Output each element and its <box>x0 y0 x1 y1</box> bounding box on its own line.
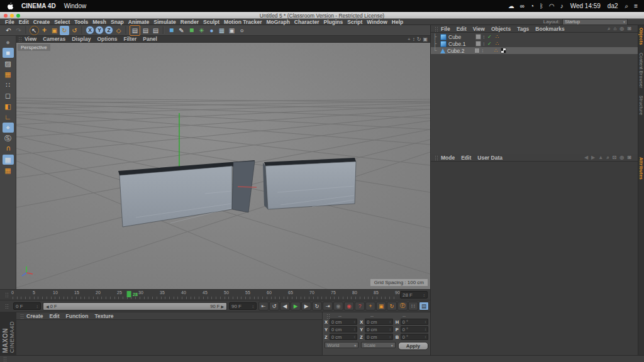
menu-simulate[interactable]: Simulate <box>153 19 175 25</box>
coord-input[interactable]: 0 cm↕ <box>330 334 357 340</box>
step-forward-button[interactable]: ▶ <box>301 302 311 310</box>
add-spline-icon[interactable]: ✎ <box>177 26 186 35</box>
move-icon[interactable]: + <box>40 26 49 35</box>
pan-view-icon[interactable]: + <box>408 36 411 42</box>
layer-chip[interactable] <box>475 41 481 47</box>
scale-icon[interactable]: ▣ <box>50 26 59 35</box>
maximize-view-icon[interactable]: ▣ <box>423 36 428 42</box>
key-scale-button[interactable]: ▣ <box>376 302 386 310</box>
layout-dropdown[interactable]: Startup ▾ <box>562 19 628 25</box>
stepper-icon[interactable]: ↕ <box>36 304 39 309</box>
playhead-bar[interactable] <box>127 291 131 297</box>
panel-grip[interactable] <box>5 304 9 309</box>
current-frame-field[interactable]: 28 F ↕ <box>400 291 428 299</box>
panel-grip[interactable] <box>435 26 439 31</box>
menu-display[interactable]: Display <box>72 36 91 42</box>
coord-input[interactable]: 0 cm↕ <box>365 326 392 332</box>
menu-tools[interactable]: Tools <box>74 19 88 25</box>
object-manager[interactable]: ├Cube:✓∴├Cube.1:✓∴└Cube.2:∴ <box>431 33 639 154</box>
menu-file[interactable]: File <box>5 19 14 25</box>
play-backwards-button[interactable]: ↺ <box>269 302 279 310</box>
menu-help[interactable]: Help <box>392 19 403 25</box>
stepper-icon[interactable]: ↕ <box>389 320 391 324</box>
menu-view[interactable]: View <box>473 26 485 32</box>
rotate-icon[interactable]: ↻ <box>60 26 69 35</box>
enabled-check[interactable]: ✓ <box>487 41 492 47</box>
key-rotation-button[interactable]: ↻ <box>387 302 397 310</box>
stepper-icon[interactable]: ↕ <box>425 320 426 324</box>
visibility-dots[interactable]: : <box>483 34 486 40</box>
menu-mesh[interactable]: Mesh <box>92 19 106 25</box>
key-position-button[interactable]: + <box>365 302 375 310</box>
make-editable-icon[interactable]: ● <box>3 37 14 47</box>
goto-end-button[interactable]: ⇥ <box>323 302 333 310</box>
settings-icon[interactable]: ◎ <box>619 155 624 161</box>
coord-input[interactable]: 0 °↕ <box>401 326 428 332</box>
coord-input[interactable]: 0 cm↕ <box>365 334 392 340</box>
range-start-field[interactable]: 0 F ↕ <box>13 302 41 310</box>
object-row-cube-2[interactable]: └Cube.2:∴ <box>431 47 639 54</box>
add-cube-icon[interactable]: ■ <box>167 26 176 35</box>
menu-panel[interactable]: Panel <box>143 36 157 42</box>
menu-tags[interactable]: Tags <box>517 26 529 32</box>
lock-workplane-icon[interactable]: ▦ <box>3 155 14 165</box>
menu-create[interactable]: Create <box>33 19 50 25</box>
viewport[interactable]: Perspective Grid Spacing : 100 cm ViewCa… <box>16 36 430 289</box>
spotlight-icon[interactable]: ⌕ <box>625 3 629 10</box>
play-mode-button[interactable]: ↻ <box>312 302 322 310</box>
points-mode-icon[interactable]: ∷ <box>3 80 14 90</box>
object-row-cube-1[interactable]: ├Cube.1:✓∴ <box>431 40 639 47</box>
stepper-icon[interactable]: ↕ <box>423 293 426 297</box>
search-icon[interactable]: ⌕ <box>608 26 610 32</box>
bluetooth-icon[interactable]: ᛒ <box>540 3 543 9</box>
panel-grip[interactable] <box>18 36 23 41</box>
range-right-arrow-icon[interactable]: ▶ <box>221 304 224 309</box>
tab-attributes[interactable]: Attributes <box>638 157 644 180</box>
panel-grip[interactable] <box>435 155 439 160</box>
stepper-icon[interactable]: ↕ <box>425 335 426 339</box>
last-tool-icon[interactable]: ↺ <box>70 26 79 35</box>
lock-icon[interactable]: ⊡ <box>613 155 617 161</box>
coord-input[interactable]: 0 °↕ <box>401 334 428 340</box>
stepper-icon[interactable]: ↕ <box>389 335 391 339</box>
menu-create[interactable]: Create <box>26 313 43 319</box>
prev-icon[interactable]: ◀ <box>584 155 588 161</box>
add-floor-icon[interactable]: ▦ <box>217 26 226 35</box>
visibility-dots[interactable]: : <box>482 48 484 53</box>
edges-mode-icon[interactable]: ◻ <box>3 90 14 101</box>
goto-start-button[interactable]: ⇤ <box>258 302 269 310</box>
menu-character[interactable]: Character <box>294 19 319 25</box>
menu-texture[interactable]: Texture <box>94 313 113 319</box>
attribute-manager[interactable] <box>431 162 639 355</box>
menu-sculpt[interactable]: Sculpt <box>203 19 219 25</box>
record-objects-button[interactable]: ◉ <box>333 302 343 310</box>
tab-objects[interactable]: Objects <box>638 28 644 45</box>
lock-y-icon[interactable]: Y <box>95 26 104 35</box>
keyframe-selection-button[interactable]: ▤ <box>419 302 429 310</box>
polygons-mode-icon[interactable]: ◧ <box>3 101 14 111</box>
layer-chip[interactable] <box>474 48 480 53</box>
panel-grip[interactable] <box>3 356 8 361</box>
add-light-icon[interactable]: ○ <box>237 26 247 35</box>
menu-edit[interactable]: Edit <box>461 155 471 161</box>
align-workplane-icon[interactable]: ▦ <box>3 165 14 175</box>
snap-settings-icon[interactable]: ∪ <box>3 144 14 154</box>
phong-tag-icon[interactable]: ∴ <box>494 41 500 47</box>
menu-objects[interactable]: Objects <box>491 26 511 32</box>
menu-mograph[interactable]: MoGraph <box>267 19 290 25</box>
enable-axis-icon[interactable]: ∟ <box>3 112 14 122</box>
apply-button[interactable]: Apply <box>398 342 428 350</box>
menu-bookmarks[interactable]: Bookmarks <box>535 26 564 32</box>
up-icon[interactable]: ▲ <box>598 155 603 161</box>
menu-view[interactable]: View <box>25 36 36 42</box>
render-picture-viewer-icon[interactable]: ▤ <box>141 26 150 35</box>
menu-options[interactable]: Options <box>97 36 117 42</box>
step-back-button[interactable]: ◀ <box>280 302 290 310</box>
tab-structure[interactable]: Structure <box>638 96 644 115</box>
panel-grip[interactable] <box>20 314 25 319</box>
menu-snap[interactable]: Snap <box>111 19 124 25</box>
menu-render[interactable]: Render <box>180 19 199 25</box>
coord-system-icon[interactable]: ◇ <box>114 26 123 35</box>
menu-edit[interactable]: Edit <box>19 19 29 25</box>
phong-tag-icon[interactable]: ∴ <box>493 48 499 53</box>
